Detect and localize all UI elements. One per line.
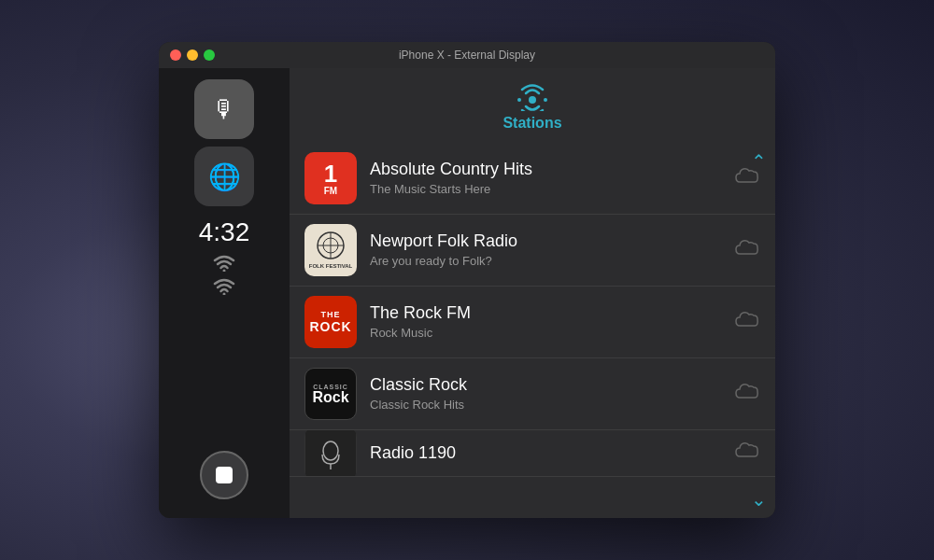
main-window: iPhone X - External Display 🎙 🌐 4:32 bbox=[159, 42, 775, 518]
station-desc: Classic Rock Hits bbox=[370, 397, 721, 413]
scroll-down-arrow[interactable]: ⌄ bbox=[745, 488, 771, 511]
traffic-lights bbox=[170, 49, 215, 61]
globe-icon: 🌐 bbox=[208, 161, 241, 192]
home-button[interactable] bbox=[200, 451, 248, 499]
scroll-up-arrow[interactable]: ⌃ bbox=[745, 150, 771, 173]
stations-title: Stations bbox=[502, 115, 561, 132]
svg-point-1 bbox=[223, 293, 226, 296]
station-logo-rock: THE ROCK bbox=[304, 296, 357, 348]
station-logo-1fm: 1 FM bbox=[304, 152, 357, 204]
station-name: Absolute Country Hits bbox=[370, 159, 721, 180]
station-info: The Rock FM Rock Music bbox=[370, 302, 721, 342]
logo-the: THE bbox=[321, 310, 341, 319]
microphone-button[interactable]: 🎙 bbox=[194, 79, 254, 139]
logo-rock-text: ROCK bbox=[309, 319, 351, 334]
titlebar: iPhone X - External Display bbox=[159, 42, 775, 68]
sidebar: 🎙 🌐 4:32 bbox=[159, 68, 290, 518]
logo-number: 1 bbox=[324, 161, 337, 186]
station-name: Classic Rock bbox=[370, 374, 721, 396]
cloud-icon bbox=[734, 311, 760, 334]
svg-point-2 bbox=[529, 96, 536, 104]
station-name: Radio 1190 bbox=[370, 442, 721, 464]
station-desc: The Music Starts Here bbox=[370, 181, 721, 198]
wifi-icon-1 bbox=[213, 255, 235, 276]
station-name: Newport Folk Radio bbox=[370, 231, 721, 252]
logo-fm: FM bbox=[324, 186, 337, 196]
close-button[interactable] bbox=[170, 49, 181, 61]
station-desc: Rock Music bbox=[370, 325, 721, 342]
svg-text:FOLK FESTIVAL: FOLK FESTIVAL bbox=[309, 263, 353, 269]
svg-point-4 bbox=[544, 98, 547, 102]
minimize-button[interactable] bbox=[187, 49, 198, 61]
station-desc: Are you ready to Folk? bbox=[370, 253, 721, 270]
wifi-stack bbox=[213, 255, 235, 300]
stations-header: Stations bbox=[290, 68, 775, 143]
station-info: Classic Rock Classic Rock Hits bbox=[370, 374, 721, 413]
svg-text:Rock: Rock bbox=[312, 389, 348, 405]
station-name: The Rock FM bbox=[370, 302, 721, 324]
station-row[interactable]: THE ROCK The Rock FM Rock Music bbox=[290, 287, 775, 358]
home-square-icon bbox=[216, 467, 233, 483]
radio-signal-icon bbox=[516, 83, 549, 115]
station-row[interactable]: Radio 1190 bbox=[290, 430, 775, 477]
station-logo-1190 bbox=[304, 430, 357, 477]
cloud-icon bbox=[734, 383, 760, 406]
cloud-icon bbox=[734, 239, 760, 262]
microphone-icon: 🎙 bbox=[212, 95, 236, 124]
cloud-icon bbox=[734, 441, 760, 465]
station-info: Newport Folk Radio Are you ready to Folk… bbox=[370, 231, 721, 270]
window-title: iPhone X - External Display bbox=[399, 49, 535, 62]
station-row[interactable]: FOLK FESTIVAL Newport Folk Radio Are you… bbox=[290, 215, 775, 287]
maximize-button[interactable] bbox=[204, 49, 215, 61]
wifi-icon-2 bbox=[213, 278, 235, 300]
window-body: 🎙 🌐 4:32 bbox=[159, 68, 775, 518]
svg-point-3 bbox=[517, 98, 521, 102]
stations-list: 1 FM Absolute Country Hits The Music Sta… bbox=[290, 143, 775, 518]
station-info: Radio 1190 bbox=[370, 442, 721, 464]
main-content: Stations 1 FM Absolute Country Hits The … bbox=[290, 68, 775, 518]
station-info: Absolute Country Hits The Music Starts H… bbox=[370, 159, 721, 198]
svg-rect-14 bbox=[305, 430, 356, 477]
svg-point-0 bbox=[223, 270, 226, 273]
station-logo-newport: FOLK FESTIVAL bbox=[304, 224, 357, 276]
time-display: 4:32 bbox=[199, 217, 250, 247]
station-row[interactable]: CLASSIC Rock Classic Rock Classic Rock H… bbox=[290, 358, 775, 430]
station-row[interactable]: 1 FM Absolute Country Hits The Music Sta… bbox=[290, 143, 775, 215]
station-logo-classic: CLASSIC Rock bbox=[304, 368, 357, 420]
globe-button[interactable]: 🌐 bbox=[194, 147, 254, 206]
